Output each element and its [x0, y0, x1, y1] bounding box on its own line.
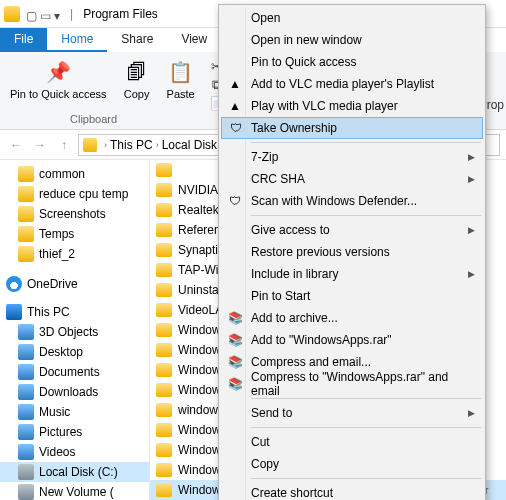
ctx-take-ownership[interactable]: 🛡Take Ownership — [221, 117, 483, 139]
ctx-cut[interactable]: Cut — [221, 431, 483, 453]
ctx-create-shortcut[interactable]: Create shortcut — [221, 482, 483, 500]
ctx-vlc-play[interactable]: ▲Play with VLC media player — [221, 95, 483, 117]
ctx-add-archive[interactable]: 📚Add to archive... — [221, 307, 483, 329]
tree-thispc[interactable]: This PC — [0, 302, 149, 322]
tree-folder[interactable]: Screenshots — [0, 204, 149, 224]
ctx-copy[interactable]: Copy — [221, 453, 483, 475]
nav-fwd-icon[interactable]: → — [30, 138, 50, 152]
breadcrumb-localdisk[interactable]: Local Disk — [162, 138, 217, 152]
pin-quick-access-button[interactable]: 📌 Pin to Quick access — [6, 56, 111, 102]
folder-icon — [156, 243, 172, 257]
folder-icon — [156, 343, 172, 357]
tree-onedrive[interactable]: OneDrive — [0, 274, 149, 294]
ctx-pin-start[interactable]: Pin to Start — [221, 285, 483, 307]
chevron-right-icon: ▶ — [468, 152, 475, 162]
ctx-include-library[interactable]: Include in library▶ — [221, 263, 483, 285]
nav-up-icon[interactable]: ↑ — [54, 138, 74, 152]
folder-icon — [156, 163, 172, 177]
system-folder-icon — [18, 364, 34, 380]
ctx-add-rar[interactable]: 📚Add to "WindowsApps.rar" — [221, 329, 483, 351]
qat-save-icon[interactable]: ▢ — [26, 9, 36, 19]
shield-icon: 🛡 — [228, 120, 244, 136]
folder-icon — [156, 363, 172, 377]
tree-item[interactable]: Music — [0, 402, 149, 422]
ctx-restore-previous[interactable]: Restore previous versions — [221, 241, 483, 263]
pin-icon: 📌 — [44, 58, 72, 86]
folder-icon — [18, 206, 34, 222]
ctx-defender-scan[interactable]: 🛡Scan with Windows Defender... — [221, 190, 483, 212]
onedrive-icon — [6, 276, 22, 292]
tree-item[interactable]: Documents — [0, 362, 149, 382]
ctx-open-new-window[interactable]: Open in new window — [221, 29, 483, 51]
ctx-pin-quick-access[interactable]: Pin to Quick access — [221, 51, 483, 73]
tree-item[interactable]: 3D Objects — [0, 322, 149, 342]
nav-tree: commonreduce cpu tempScreenshotsTempsthi… — [0, 160, 150, 500]
folder-icon — [156, 323, 172, 337]
tree-folder[interactable]: common — [0, 164, 149, 184]
ctx-crc-sha[interactable]: CRC SHA▶ — [221, 168, 483, 190]
folder-icon — [156, 203, 172, 217]
copy-button[interactable]: 🗐 Copy — [119, 56, 155, 102]
tab-home[interactable]: Home — [47, 28, 107, 52]
pc-icon — [6, 304, 22, 320]
winrar-icon: 📚 — [227, 310, 243, 326]
folder-icon — [18, 166, 34, 182]
tree-folder[interactable]: reduce cpu temp — [0, 184, 149, 204]
tree-item[interactable]: Pictures — [0, 422, 149, 442]
system-folder-icon — [18, 324, 34, 340]
ctx-compress-rar-email[interactable]: 📚Compress to "WindowsApps.rar" and email — [221, 373, 483, 395]
ribbon-group-clipboard: Clipboard — [70, 113, 117, 127]
chevron-right-icon: ▶ — [468, 225, 475, 235]
ctx-7zip[interactable]: 7-Zip▶ — [221, 146, 483, 168]
winrar-icon: 📚 — [227, 354, 243, 370]
tab-share[interactable]: Share — [107, 28, 167, 52]
system-folder-icon — [18, 344, 34, 360]
context-menu: Open Open in new window Pin to Quick acc… — [218, 4, 486, 500]
chevron-right-icon: ▶ — [468, 408, 475, 418]
qat-props-icon[interactable]: ▭ — [40, 9, 50, 19]
tree-folder[interactable]: Temps — [0, 224, 149, 244]
copy-icon: 🗐 — [123, 58, 151, 86]
breadcrumb-thispc[interactable]: This PC — [110, 138, 153, 152]
winrar-icon: 📚 — [227, 376, 243, 392]
tree-item[interactable]: Downloads — [0, 382, 149, 402]
folder-icon — [156, 223, 172, 237]
chevron-right-icon: ▶ — [468, 269, 475, 279]
folder-icon — [4, 6, 20, 22]
folder-icon — [156, 183, 172, 197]
folder-icon — [18, 186, 34, 202]
paste-button[interactable]: 📋 Paste — [163, 56, 199, 102]
folder-icon — [156, 463, 172, 477]
system-folder-icon — [18, 404, 34, 420]
tree-local-disk[interactable]: Local Disk (C:) — [0, 462, 149, 482]
ctx-send-to[interactable]: Send to▶ — [221, 402, 483, 424]
folder-icon — [18, 226, 34, 242]
system-folder-icon — [18, 384, 34, 400]
tree-item[interactable]: Desktop — [0, 342, 149, 362]
tab-file[interactable]: File — [0, 28, 47, 52]
system-folder-icon — [18, 444, 34, 460]
disk-icon — [18, 464, 34, 480]
folder-icon — [83, 138, 97, 152]
qat-dropdown-icon[interactable]: ▾ — [54, 9, 64, 19]
tree-item[interactable]: Videos — [0, 442, 149, 462]
folder-icon — [18, 246, 34, 262]
folder-icon — [156, 403, 172, 417]
folder-icon — [156, 443, 172, 457]
window-title: Program Files — [83, 7, 158, 21]
ctx-open[interactable]: Open — [221, 7, 483, 29]
ctx-vlc-add[interactable]: ▲Add to VLC media player's Playlist — [221, 73, 483, 95]
system-folder-icon — [18, 424, 34, 440]
vlc-icon: ▲ — [227, 98, 243, 114]
folder-icon — [156, 263, 172, 277]
ctx-give-access[interactable]: Give access to▶ — [221, 219, 483, 241]
folder-icon — [156, 423, 172, 437]
folder-icon — [156, 283, 172, 297]
winrar-icon: 📚 — [227, 332, 243, 348]
tree-folder[interactable]: thief_2 — [0, 244, 149, 264]
tree-new-volume[interactable]: New Volume ( — [0, 482, 149, 500]
chevron-right-icon: ▶ — [468, 174, 475, 184]
tab-view[interactable]: View — [167, 28, 221, 52]
defender-icon: 🛡 — [227, 193, 243, 209]
nav-back-icon[interactable]: ← — [6, 138, 26, 152]
